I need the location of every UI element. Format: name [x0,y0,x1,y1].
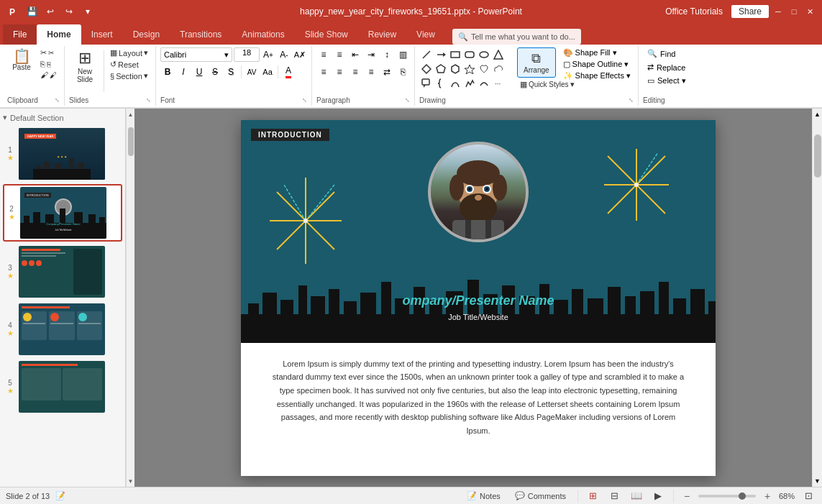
redo-quick-btn[interactable]: ↪ [62,4,76,19]
new-slide-btn[interactable]: ⊞ NewSlide [69,47,101,85]
bold-btn[interactable]: B [160,65,175,79]
heart-shape-btn[interactable] [477,62,491,76]
curve-shape-btn[interactable] [448,76,462,91]
tab-slideshow[interactable]: Slide Show [295,24,358,45]
slide-sorter-btn[interactable]: ⊟ [607,490,623,503]
format-painter-btn[interactable]: 🖌 🖌 [37,70,60,80]
slide-thumb-2[interactable]: 2 ★ INTRODUCTION [3,184,122,242]
share-btn[interactable]: Share [731,5,769,18]
underline-btn[interactable]: U [192,65,206,79]
maximize-btn[interactable]: □ [787,5,800,18]
zoom-slider[interactable] [698,495,756,498]
rect-shape-btn[interactable] [448,47,462,62]
round-rect-shape-btn[interactable] [462,47,477,62]
numbering-btn[interactable]: ≡ [332,47,347,62]
zoom-in-btn[interactable]: + [762,490,773,502]
panel-scroll-thumb[interactable] [128,127,134,156]
paragraph-expand-icon[interactable]: ⤡ [405,97,410,104]
font-grow-btn[interactable]: A+ [261,47,275,62]
diamond-shape-btn[interactable] [419,62,434,76]
pentagon-shape-btn[interactable] [434,62,448,76]
tab-transitions[interactable]: Transitions [170,24,232,45]
close-btn[interactable]: ✕ [803,5,816,18]
minimize-btn[interactable]: ─ [772,5,785,18]
tab-animations[interactable]: Animations [232,24,294,45]
slides-expand-icon[interactable]: ⤡ [146,97,151,104]
callout-shape-btn[interactable] [419,76,434,91]
find-btn[interactable]: 🔍 Find [643,47,680,60]
layout-btn[interactable]: ▦ Layout ▾ [107,47,151,58]
slideshow-btn[interactable]: ▶ [650,490,666,503]
decrease-indent-btn[interactable]: ⇤ [348,47,362,62]
slide-thumb-3[interactable]: 3 ★ [3,244,122,299]
section-collapse-icon[interactable]: ▾ [3,113,7,122]
zoom-slider-thumb[interactable] [739,492,746,500]
triangle-shape-btn[interactable] [491,47,506,62]
more-shapes-btn[interactable]: ··· [491,76,506,91]
slide-thumb-1[interactable]: 1 ★ HAPPY NEW YEAR ✦ ✦ ✦ [3,127,122,181]
clipboard-expand-icon[interactable]: ⤡ [55,97,60,104]
align-left-btn[interactable]: ≡ [316,65,331,79]
line-spacing-btn[interactable]: ↕ [380,47,394,62]
font-color-btn[interactable]: A [281,65,296,79]
arrow-shape-btn[interactable] [434,47,448,62]
line-shape-btn[interactable] [419,47,434,62]
columns-btn[interactable]: ▥ [396,47,410,62]
section-btn[interactable]: § Section ▾ [107,70,151,81]
zoom-out-btn[interactable]: − [681,490,693,502]
align-center-btn[interactable]: ≡ [332,65,347,79]
shape-fill-btn[interactable]: 🎨 Shape Fill ▾ [560,47,634,58]
tab-review[interactable]: Review [358,24,406,45]
paste-btn[interactable]: 📋 Paste [7,47,36,73]
justify-btn[interactable]: ≡ [364,65,378,79]
change-case-btn[interactable]: Aa [260,65,275,79]
reset-btn[interactable]: ↺ Reset [107,59,151,70]
reading-view-btn[interactable]: 📖 [629,490,644,503]
slide-thumb-5[interactable]: 5 ★ [3,359,122,414]
customize-quick-btn[interactable]: ▾ [81,4,95,19]
select-btn[interactable]: ▭ Select ▾ [643,75,690,87]
shape-outline-btn[interactable]: ▢ Shape Outline ▾ [560,59,634,70]
undo-quick-btn[interactable]: ↩ [43,4,58,19]
italic-btn[interactable]: I [176,65,191,79]
save-quick-btn[interactable]: 💾 [24,4,39,19]
comments-btn[interactable]: 💬 Comments [511,490,570,502]
freeform-btn[interactable] [462,76,477,91]
shape-effects-btn[interactable]: ✨ Shape Effects ▾ [560,70,634,81]
font-expand-icon[interactable]: ⤡ [302,97,307,104]
clear-format-btn[interactable]: A✗ [293,47,307,62]
tab-view[interactable]: View [406,24,445,45]
panel-scroll-down[interactable]: ▼ [127,475,135,487]
vscroll-down[interactable]: ▼ [813,475,822,487]
search-box[interactable]: 🔍 Tell me what you want to do... [452,29,581,45]
replace-btn[interactable]: ⇄ Replace [643,61,690,73]
strikethrough-btn[interactable]: S [208,65,222,79]
zoom-level[interactable]: 68% [779,492,795,500]
vscroll-up[interactable]: ▲ [813,109,822,120]
align-right-btn[interactable]: ≡ [348,65,362,79]
quick-styles-btn[interactable]: ▦ Quick Styles ▾ [517,79,553,90]
font-name-input[interactable]: Calibri ▾ [160,47,232,62]
notes-btn[interactable]: 📝 Notes [462,490,505,502]
arrange-btn[interactable]: ⧉ Arrange [517,47,556,78]
font-shrink-btn[interactable]: A- [277,47,291,62]
fit-slide-btn[interactable]: ⊡ [800,490,816,503]
tab-design[interactable]: Design [123,24,170,45]
brace-shape-btn[interactable] [434,76,448,91]
slide-thumb-4[interactable]: 4 ★ [3,302,122,357]
tab-file[interactable]: File [3,24,37,45]
oval-shape-btn[interactable] [477,47,491,62]
panel-scroll-up[interactable]: ▲ [127,109,135,120]
tab-insert[interactable]: Insert [81,24,123,45]
hexagon-shape-btn[interactable] [448,62,462,76]
cloud-shape-btn[interactable] [491,62,506,76]
arc-shape-btn[interactable] [477,76,491,91]
increase-indent-btn[interactable]: ⇥ [364,47,378,62]
tab-home[interactable]: Home [37,24,81,45]
cut-btn[interactable]: ✂ ✂ [37,47,60,58]
office-tutorials-btn[interactable]: Office Tutorials [659,5,729,18]
char-spacing-btn[interactable]: AV [245,65,259,79]
smart-art-btn[interactable]: ⎘ [396,65,410,79]
text-direction-btn[interactable]: ⇄ [380,65,394,79]
copy-btn[interactable]: ⎘ ⎘ [37,59,60,69]
